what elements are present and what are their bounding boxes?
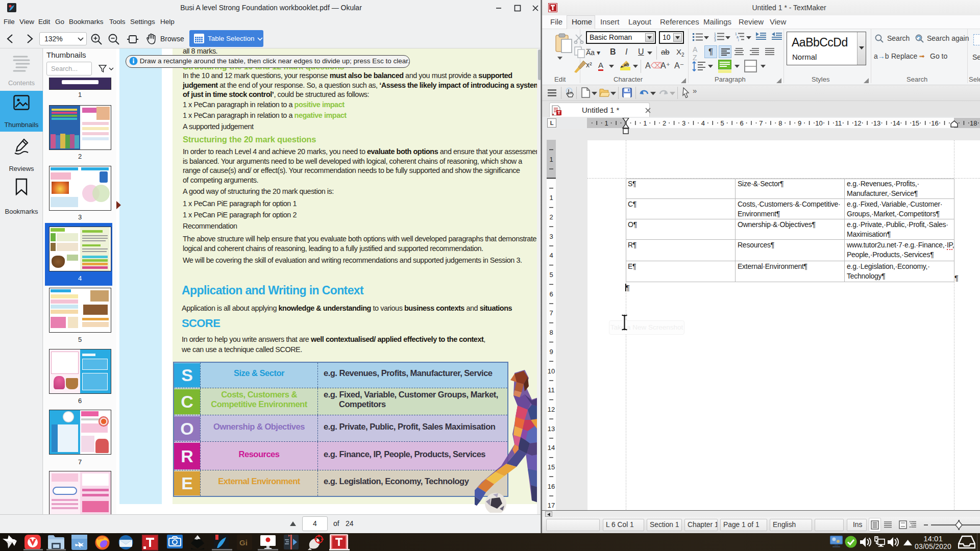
svg-text:16: 16	[931, 119, 938, 127]
svg-text:9: 9	[798, 119, 801, 127]
svg-text:16: 16	[548, 483, 555, 490]
svg-text:12: 12	[854, 119, 861, 127]
svg-text:10: 10	[548, 367, 555, 375]
svg-text:13: 13	[548, 425, 555, 433]
svg-text:ab: ab	[624, 62, 629, 67]
svg-text:14: 14	[548, 444, 555, 452]
svg-text:8: 8	[778, 119, 782, 127]
svg-text:5: 5	[721, 119, 724, 127]
svg-text:15: 15	[912, 119, 919, 127]
svg-text:11: 11	[835, 119, 842, 127]
svg-text:3: 3	[682, 119, 685, 127]
svg-text:9: 9	[549, 348, 553, 356]
svg-text:11: 11	[548, 386, 555, 394]
svg-text:1: 1	[549, 156, 553, 163]
svg-text:15: 15	[548, 463, 555, 471]
svg-text:5: 5	[549, 271, 553, 279]
svg-text:i: i	[738, 38, 739, 42]
svg-text:10: 10	[815, 119, 822, 127]
svg-text:7: 7	[759, 119, 763, 127]
svg-text:13: 13	[873, 119, 880, 127]
svg-text:2: 2	[663, 119, 666, 127]
svg-text:8: 8	[549, 329, 553, 336]
svg-text:4: 4	[701, 119, 705, 127]
svg-text:12: 12	[548, 406, 555, 413]
svg-text:6: 6	[549, 290, 553, 298]
svg-text:4: 4	[549, 252, 553, 259]
svg-text:18: 18	[970, 119, 977, 127]
svg-text:14: 14	[893, 119, 900, 127]
svg-text:3: 3	[549, 233, 553, 240]
svg-text:1: 1	[604, 119, 608, 127]
svg-text:6: 6	[740, 119, 743, 127]
svg-text:2: 2	[549, 213, 553, 221]
svg-text:1: 1	[549, 194, 553, 202]
svg-text:Gi: Gi	[239, 538, 248, 547]
svg-text:7: 7	[549, 309, 553, 317]
svg-text:3: 3	[714, 38, 716, 42]
svg-text:1: 1	[643, 119, 647, 127]
svg-text:17: 17	[548, 502, 555, 509]
